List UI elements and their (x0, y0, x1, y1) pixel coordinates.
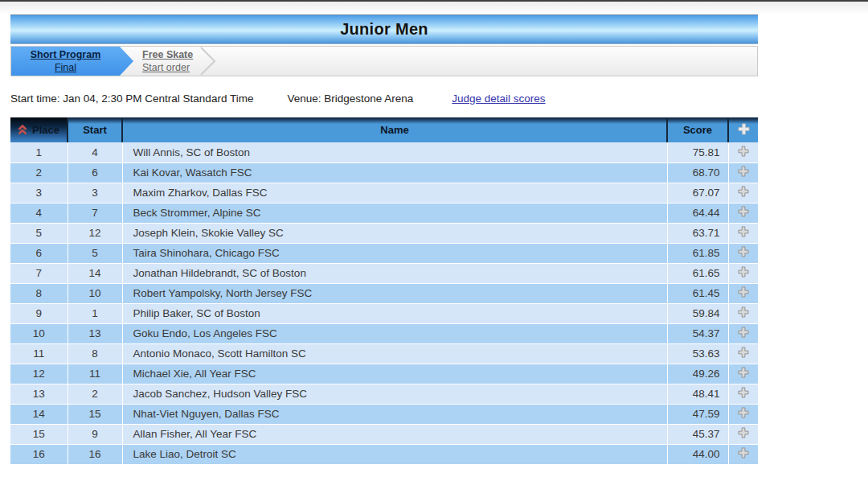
add-cell (728, 343, 758, 364)
start-cell: 6 (68, 162, 122, 183)
free-skate-link[interactable]: Free Skate (142, 48, 193, 61)
plus-icon (738, 246, 749, 257)
name-cell: Jonathan Hildebrandt, SC of Boston (122, 263, 667, 283)
expand-row-button[interactable] (738, 427, 749, 438)
add-cell (728, 444, 758, 464)
expand-row-button[interactable] (738, 387, 749, 398)
start-cell: 12 (68, 223, 122, 243)
table-row: 159Allan Fisher, All Year FSC45.37 (10, 424, 758, 444)
expand-row-button[interactable] (738, 327, 749, 338)
header-add-column[interactable] (728, 117, 758, 142)
table-row: 14Will Annis, SC of Boston75.81 (10, 142, 758, 162)
expand-row-button[interactable] (738, 286, 749, 298)
header-place-label: Place (32, 124, 59, 136)
score-cell: 49.26 (667, 364, 728, 384)
score-cell: 44.00 (667, 444, 728, 464)
score-cell: 59.84 (667, 303, 728, 323)
plus-icon (738, 206, 749, 217)
results-table: Place Start Name Score 14Will Annis, SC … (10, 117, 758, 465)
tab-free-skate[interactable]: Free Skate Start order (142, 47, 193, 76)
table-row: 714Jonathan Hildebrandt, SC of Boston61.… (10, 263, 758, 283)
start-cell: 16 (68, 444, 122, 464)
table-row: 65Taira Shinohara, Chicago FSC61.85 (10, 243, 758, 263)
plus-icon (738, 146, 749, 157)
event-info-row: Start time: Jan 04, 2:30 PM Central Stan… (10, 91, 758, 105)
start-cell: 3 (68, 183, 122, 203)
add-cell (728, 263, 758, 283)
name-cell: Will Annis, SC of Boston (122, 142, 667, 162)
table-row: 47Beck Strommer, Alpine SC64.44 (10, 203, 758, 223)
start-cell: 11 (68, 364, 122, 384)
event-title-bar: Junior Men (10, 14, 758, 44)
plus-icon (738, 447, 749, 458)
name-cell: Lake Liao, Detroit SC (122, 444, 667, 464)
expand-row-button[interactable] (738, 226, 749, 237)
expand-row-button[interactable] (738, 266, 749, 278)
place-cell: 1 (10, 142, 68, 162)
tab-short-program[interactable]: Short Program Final (11, 47, 133, 76)
start-cell: 2 (68, 384, 122, 404)
score-cell: 68.70 (667, 162, 728, 183)
start-cell: 14 (68, 263, 122, 283)
page-content: Junior Men Short Program Final Free Skat… (10, 14, 758, 465)
start-cell: 1 (68, 303, 122, 323)
place-cell: 15 (10, 424, 68, 444)
expand-row-button[interactable] (738, 347, 749, 358)
plus-icon (738, 306, 749, 318)
place-cell: 5 (10, 223, 68, 243)
table-row: 91Philip Baker, SC of Boston59.84 (10, 303, 758, 323)
plus-icon (738, 367, 749, 378)
header-place[interactable]: Place (10, 117, 68, 142)
name-cell: Joseph Klein, Skokie Valley SC (122, 223, 667, 243)
score-cell: 61.45 (667, 283, 728, 303)
short-program-link[interactable]: Short Program (31, 48, 101, 61)
table-row: 1013Goku Endo, Los Angeles FSC54.37 (10, 323, 758, 343)
start-cell: 4 (68, 142, 122, 162)
score-cell: 45.37 (667, 424, 728, 444)
add-cell (728, 183, 758, 203)
header-score[interactable]: Score (667, 117, 728, 142)
add-cell (728, 323, 758, 343)
header-start[interactable]: Start (68, 117, 122, 142)
score-cell: 75.81 (667, 142, 728, 162)
add-cell (728, 243, 758, 263)
name-cell: Philip Baker, SC of Boston (122, 303, 667, 323)
expand-row-button[interactable] (738, 407, 749, 418)
expand-row-button[interactable] (738, 186, 749, 197)
expand-row-button[interactable] (738, 306, 749, 318)
table-row: 118Antonio Monaco, Scott Hamilton SC53.6… (10, 343, 758, 364)
name-cell: Allan Fisher, All Year FSC (122, 424, 667, 444)
table-header-row: Place Start Name Score (10, 117, 758, 142)
final-link[interactable]: Final (55, 61, 76, 74)
judge-detail-scores-link[interactable]: Judge detail scores (452, 92, 545, 105)
expand-row-button[interactable] (738, 206, 749, 217)
name-cell: Antonio Monaco, Scott Hamilton SC (122, 343, 667, 364)
table-row: 1616Lake Liao, Detroit SC44.00 (10, 444, 758, 464)
plus-icon (738, 226, 749, 237)
start-cell: 9 (68, 424, 122, 444)
place-cell: 13 (10, 384, 68, 404)
score-cell: 64.44 (667, 203, 728, 223)
table-row: 132Jacob Sanchez, Hudson Valley FSC48.41 (10, 384, 758, 404)
table-row: 1415Nhat-Viet Nguyen, Dallas FSC47.59 (10, 404, 758, 424)
start-cell: 7 (68, 203, 122, 223)
score-cell: 61.85 (667, 243, 728, 263)
start-order-link[interactable]: Start order (142, 61, 193, 74)
table-row: 26Kai Kovar, Wasatch FSC68.70 (10, 162, 758, 183)
expand-row-button[interactable] (738, 447, 749, 458)
table-row: 810Robert Yampolsky, North Jersey FSC61.… (10, 283, 758, 303)
score-cell: 63.71 (667, 223, 728, 243)
expand-row-button[interactable] (738, 246, 749, 257)
header-name[interactable]: Name (122, 117, 667, 142)
name-cell: Goku Endo, Los Angeles FSC (122, 323, 667, 343)
plus-icon (738, 123, 750, 135)
expand-row-button[interactable] (738, 146, 749, 157)
page-title: Junior Men (340, 20, 428, 39)
expand-row-button[interactable] (738, 367, 749, 378)
name-cell: Maxim Zharkov, Dallas FSC (122, 183, 667, 203)
expand-row-button[interactable] (738, 166, 749, 177)
score-cell: 48.41 (667, 384, 728, 404)
name-cell: Taira Shinohara, Chicago FSC (122, 243, 667, 263)
add-cell (728, 162, 758, 183)
place-cell: 11 (10, 343, 68, 364)
